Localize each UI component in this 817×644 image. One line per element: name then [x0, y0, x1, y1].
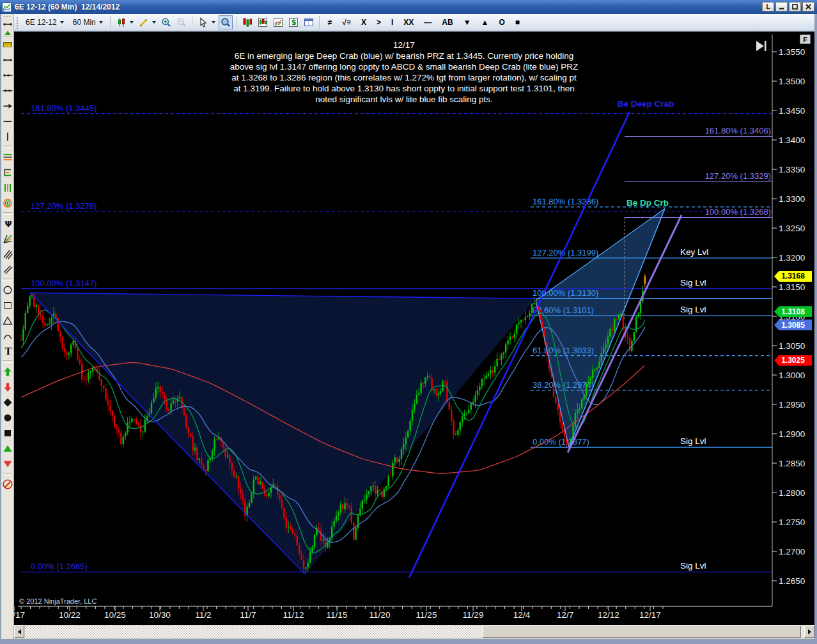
crosshair-button[interactable]: [219, 15, 233, 29]
small-deep-crab-fibs-label: 0.00% (1.2877): [533, 437, 589, 447]
toolbar: 6E 12-12 60 Min $ ≠√≡X>IXX—AB▼▲O■: [14, 14, 814, 31]
candle-body: [253, 480, 254, 494]
parallel-lines-tool[interactable]: [1, 262, 13, 277]
candle-body: [511, 337, 513, 338]
time-axis-label: 10/22: [59, 610, 81, 620]
dot-marker-tool[interactable]: [1, 410, 13, 425]
arc-tool[interactable]: [1, 328, 13, 344]
pattern-tool-button-11[interactable]: O: [499, 18, 504, 27]
arrow-up-icon: [3, 367, 13, 377]
scroll-left-button[interactable]: [14, 625, 24, 638]
ruler-tool[interactable]: [1, 37, 13, 52]
candle-body: [518, 323, 519, 325]
pattern-tool-button-12[interactable]: ■: [515, 18, 520, 27]
text-tool[interactable]: T: [1, 344, 13, 359]
chevron-down-icon: [130, 21, 134, 24]
fibonacci-time-tool[interactable]: [1, 180, 13, 195]
candle-body: [603, 348, 604, 353]
fibonacci-circle-tool[interactable]: [1, 195, 13, 211]
scroll-right-button[interactable]: [804, 625, 814, 638]
candle-body: [424, 378, 426, 384]
account-data-button[interactable]: $: [286, 15, 300, 29]
pattern-tool-button-5[interactable]: I: [391, 18, 393, 27]
price-axis-label: 1.3350: [779, 165, 805, 174]
pattern-tool-button-8[interactable]: AB: [442, 18, 453, 27]
diamond-marker-tool[interactable]: [1, 395, 13, 410]
gann-fan-tool[interactable]: [1, 231, 13, 247]
drawing-tools-button[interactable]: [137, 15, 158, 29]
interval-selector[interactable]: 60 Min: [69, 15, 107, 30]
maximize-button[interactable]: [789, 2, 801, 12]
ray-tool[interactable]: [1, 68, 13, 83]
arrow-down-icon: [3, 382, 13, 392]
indicators-button[interactable]: [271, 15, 285, 29]
candle-body: [342, 505, 343, 510]
arrow-up-marker-tool[interactable]: [1, 364, 13, 379]
ellipse-tool[interactable]: [1, 282, 13, 298]
horizontal-scrollbar[interactable]: [14, 625, 814, 639]
fixed-scale-button[interactable]: F: [800, 34, 811, 44]
regression-channel-tool[interactable]: [1, 247, 13, 262]
pattern-tool-button-6[interactable]: XX: [403, 18, 414, 27]
data-panel-button[interactable]: [302, 15, 316, 29]
price-axis-label: 1.3150: [779, 282, 805, 292]
candle-body: [368, 491, 370, 494]
scrollbar-thumb[interactable]: [483, 625, 801, 638]
extended-line-tool[interactable]: [1, 83, 13, 98]
fibonacci-extension-tool[interactable]: [1, 165, 13, 180]
chart-style-button[interactable]: [114, 15, 136, 29]
zoom-in-button[interactable]: [159, 15, 173, 29]
candle-body: [260, 482, 261, 484]
zoom-out-button[interactable]: [175, 15, 189, 29]
chart-trader-button[interactable]: [256, 15, 270, 29]
arrow-line-tool[interactable]: [1, 98, 13, 114]
triangle-down-marker-tool[interactable]: [1, 456, 13, 471]
dollar-icon: $: [288, 17, 299, 27]
triangle-tool[interactable]: [1, 313, 13, 328]
active-tool-line-segment[interactable]: [1, 19, 13, 30]
toolbox-scroll-up-icon[interactable]: [4, 31, 11, 35]
candle-body: [314, 535, 315, 547]
horizontal-line-tool[interactable]: [1, 114, 13, 129]
panel-icon: [304, 17, 314, 27]
toolbox-grip[interactable]: [3, 15, 12, 18]
candle-body: [51, 318, 52, 323]
pattern-tool-button-4[interactable]: >: [377, 18, 381, 27]
pattern-tool-button-1[interactable]: ≠: [328, 18, 332, 27]
instrument-selector[interactable]: 6E 12-12: [22, 15, 68, 30]
arrow-down-marker-tool[interactable]: [1, 379, 13, 395]
link-button[interactable]: L: [762, 2, 774, 12]
price-chart[interactable]: 161.80% (1.3445)127.20% (1.3278)100.00% …: [14, 32, 814, 625]
candle-body: [338, 512, 339, 516]
pattern-tool-button-7[interactable]: —: [424, 18, 432, 27]
toolbar-grip[interactable]: [15, 16, 19, 29]
vertical-line-tool[interactable]: [1, 129, 13, 144]
candle-body: [598, 362, 600, 367]
pattern-tool-button-2[interactable]: √≡: [342, 18, 351, 27]
fibonacci-retracement-tool[interactable]: [1, 150, 13, 165]
time-axis-label: 10/30: [149, 610, 171, 620]
price-axis-label: 1.3500: [779, 77, 805, 86]
pattern-tool-button-10[interactable]: ▲: [481, 18, 489, 27]
candle-body: [79, 360, 81, 364]
candle-body: [307, 563, 309, 567]
minimize-button[interactable]: [775, 2, 788, 12]
close-button[interactable]: [802, 2, 814, 12]
remove-drawing-tool[interactable]: [1, 477, 13, 492]
pattern-tool-button-3[interactable]: X: [361, 18, 366, 27]
mini-chart-icon: [273, 17, 283, 27]
rectangle-tool[interactable]: [1, 298, 13, 313]
candle-body: [390, 476, 391, 477]
triangle-down-icon: [3, 459, 13, 469]
title-bar[interactable]: 6E 12-12 (60 Min) 12/14/2012 L: [0, 0, 817, 14]
chart-region[interactable]: 161.80% (1.3445)127.20% (1.3278)100.00% …: [14, 31, 814, 625]
market-analyzer-button[interactable]: [240, 15, 254, 29]
candle-body: [107, 399, 109, 405]
pattern-tool-button-9[interactable]: ▼: [463, 18, 471, 27]
triangle-up-marker-tool[interactable]: [1, 441, 13, 456]
line-segment-tool[interactable]: [1, 52, 13, 68]
eraser-icon: [3, 479, 13, 489]
cursor-button[interactable]: [196, 15, 217, 29]
square-marker-tool[interactable]: [1, 425, 13, 441]
pitchfork-tool[interactable]: Ψ: [1, 216, 13, 231]
